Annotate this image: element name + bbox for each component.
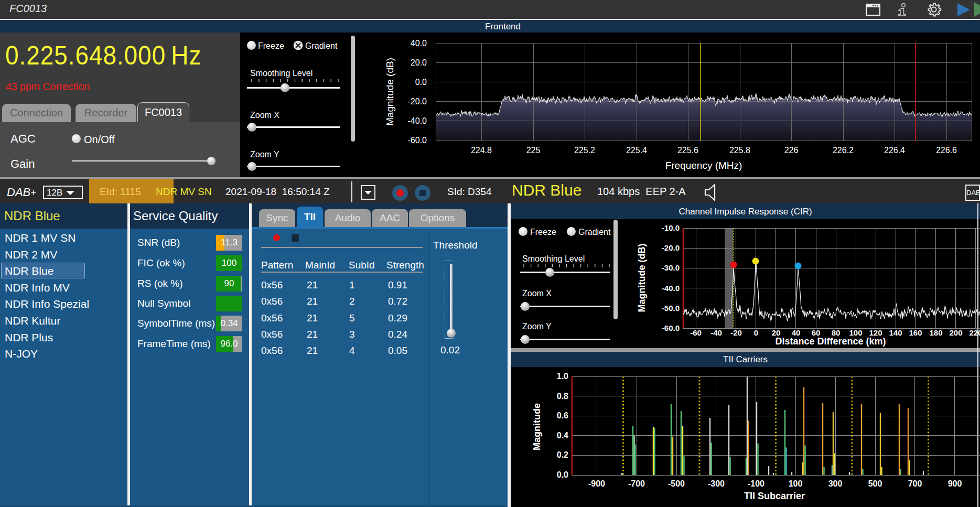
svg-text:-900: -900 — [588, 479, 605, 488]
svg-text:140: 140 — [889, 328, 902, 337]
svg-text:Frequency (MHz): Frequency (MHz) — [665, 160, 742, 171]
svg-text:-40: -40 — [710, 328, 722, 337]
svg-text:225.2: 225.2 — [574, 146, 595, 155]
svg-text:0.6: 0.6 — [557, 411, 568, 420]
svg-text:100: 100 — [789, 479, 803, 488]
svg-text:-100: -100 — [748, 479, 764, 488]
svg-text:-10.0: -10.0 — [662, 223, 680, 232]
svg-text:-300: -300 — [708, 479, 725, 488]
svg-text:200: 200 — [949, 328, 962, 337]
svg-text:-60: -60 — [690, 328, 702, 337]
svg-text:-700: -700 — [628, 479, 645, 488]
svg-text:226: 226 — [784, 146, 799, 155]
svg-text:-50.0: -50.0 — [662, 304, 680, 312]
svg-text:20.0: 20.0 — [411, 58, 427, 67]
svg-text:-60.0: -60.0 — [408, 136, 427, 145]
svg-text:0.0: 0.0 — [415, 78, 427, 87]
svg-text:40.0: 40.0 — [411, 39, 427, 48]
svg-text:226.4: 226.4 — [884, 146, 905, 155]
svg-text:-40.0: -40.0 — [408, 116, 427, 125]
svg-text:-30.0: -30.0 — [662, 263, 680, 272]
svg-text:900: 900 — [948, 479, 962, 488]
svg-text:224.8: 224.8 — [471, 146, 492, 155]
svg-text:220: 220 — [969, 328, 980, 337]
svg-text:Magnitude (dB): Magnitude (dB) — [637, 244, 647, 312]
svg-text:-500: -500 — [668, 479, 685, 488]
svg-text:180: 180 — [929, 328, 942, 337]
svg-text:Distance Difference (km): Distance Difference (km) — [775, 336, 886, 347]
svg-text:0: 0 — [754, 328, 758, 337]
svg-text:0.2: 0.2 — [557, 450, 568, 459]
svg-text:1.0: 1.0 — [557, 372, 568, 381]
svg-text:0.8: 0.8 — [557, 392, 568, 401]
svg-text:Magnitude: Magnitude — [532, 403, 542, 450]
svg-text:-20.0: -20.0 — [408, 97, 427, 106]
svg-text:226.6: 226.6 — [936, 146, 957, 155]
svg-text:225.6: 225.6 — [677, 146, 698, 155]
svg-text:225.4: 225.4 — [626, 146, 647, 155]
svg-text:500: 500 — [868, 479, 882, 488]
svg-text:226.2: 226.2 — [833, 146, 854, 155]
svg-text:0.0: 0.0 — [557, 470, 568, 479]
svg-text:160: 160 — [909, 328, 922, 337]
svg-text:-40.0: -40.0 — [662, 284, 680, 293]
svg-text:700: 700 — [908, 479, 922, 488]
svg-text:-20: -20 — [730, 328, 742, 337]
svg-text:300: 300 — [828, 479, 843, 488]
svg-text:-60.0: -60.0 — [662, 323, 680, 332]
svg-text:TII Subcarrier: TII Subcarrier — [744, 491, 805, 501]
svg-text:225: 225 — [526, 146, 541, 155]
svg-text:Magnitude (dB): Magnitude (dB) — [384, 58, 395, 126]
svg-text:225.8: 225.8 — [729, 146, 750, 155]
svg-text:-20.0: -20.0 — [662, 243, 680, 252]
svg-text:0.4: 0.4 — [557, 431, 568, 440]
